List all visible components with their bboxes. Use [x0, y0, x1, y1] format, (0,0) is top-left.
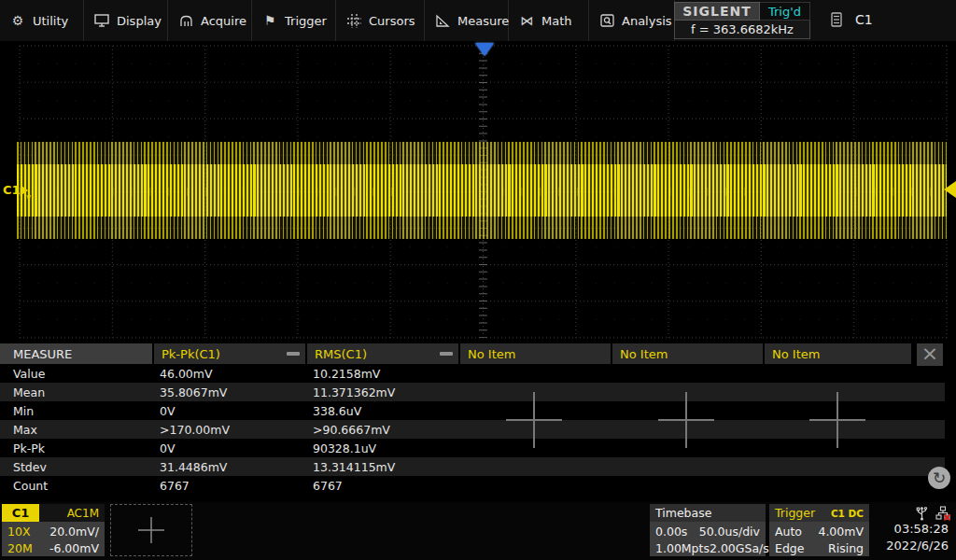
channel1-offset-marker[interactable]: C1 — [3, 183, 28, 197]
trigger-level-marker[interactable] — [944, 181, 956, 198]
refresh-icon[interactable]: ↻ — [928, 467, 950, 489]
monitor-icon — [94, 13, 109, 28]
timebase-title: Timebase — [650, 504, 766, 522]
siglent-logo: SIGLENT — [674, 2, 760, 21]
system-status: 03:58:28 2022/6/26 — [874, 502, 954, 560]
measure-title: MEASURE — [0, 343, 152, 364]
menu-analysis[interactable]: Analysis — [589, 0, 675, 41]
set-square-icon — [435, 13, 450, 28]
measure-panel: MEASURE Pk-Pk(C1) RMS(C1) No Item No Ite… — [0, 343, 945, 495]
sample-rate: 2.00GSa/s — [710, 541, 769, 555]
measure-header-row: MEASURE Pk-Pk(C1) RMS(C1) No Item No Ite… — [0, 343, 945, 364]
status-cluster: SIGLENT Trig'd f = 363.6682kHz — [674, 2, 810, 39]
channel1-waveform — [17, 142, 947, 239]
measure-row-stdev: Stdev 31.4486mV 13.314115mV — [0, 457, 945, 476]
menu-label: Acquire — [201, 14, 246, 28]
remove-measure-icon[interactable] — [287, 352, 300, 356]
measure-col-empty-3[interactable]: No Item — [765, 343, 911, 364]
measure-row-value: Value 46.00mV 10.2158mV — [0, 364, 945, 383]
measure-row-max: Max >170.00mV >90.6667mV — [0, 420, 945, 439]
measure-col-pkpk[interactable]: Pk-Pk(C1) — [154, 343, 305, 364]
menu-measure[interactable]: Measure — [425, 0, 509, 41]
trigger-state-badge: Trig'd — [760, 2, 810, 21]
clock-time: 03:58:28 — [894, 522, 949, 536]
timebase-delay: 0.00s — [655, 525, 687, 539]
menu-display[interactable]: Display — [84, 0, 168, 41]
menu-trigger[interactable]: ⚑ Trigger — [252, 0, 336, 41]
trigger-slope: Rising — [828, 541, 864, 555]
measure-col-empty-2[interactable]: No Item — [612, 343, 763, 364]
channel1-badge: C1 — [2, 504, 39, 522]
vertical-offset: -6.00mV — [49, 541, 99, 555]
menu-label: Display — [117, 14, 162, 28]
trigger-panel[interactable]: Trigger C1 DC Auto 4.00mV Edge Rising — [769, 504, 869, 556]
list-icon — [831, 12, 842, 27]
channel1-offset-sub: v — [26, 192, 31, 202]
measure-col-rms[interactable]: RMS(C1) — [307, 343, 458, 364]
measure-row-pkpk: Pk-Pk 0V 90328.1uV — [0, 439, 945, 457]
add-measure-icon[interactable] — [656, 390, 716, 450]
vertical-scale: 20.0mV/ — [49, 525, 99, 539]
bowtie-icon: ⋈ — [519, 13, 534, 28]
measure-row-mean: Mean 35.8067mV 11.371362mV — [0, 383, 945, 401]
trigger-title: Trigger — [775, 506, 815, 520]
menu-label: Cursors — [369, 14, 415, 28]
menu-utility[interactable]: ⚙ Utility — [0, 0, 84, 41]
add-measure-icon[interactable] — [504, 390, 564, 450]
timebase-scale: 50.0us/div — [699, 525, 760, 539]
waveform-display: C1 v — [0, 41, 956, 340]
active-channel-indicator[interactable]: C1 — [822, 6, 889, 34]
add-channel-icon — [134, 513, 168, 547]
oscilloscope-ui: ⚙ Utility Display Acquire ⚑ Trigger Curs… — [0, 0, 956, 560]
add-channel-box[interactable] — [110, 504, 192, 556]
trigger-type: Edge — [775, 541, 804, 555]
bandwidth-label: 20M — [7, 541, 33, 555]
bottombar: C1 AC1M 10X 20.0mV/ 20M -6.00mV Timebase — [0, 502, 956, 560]
coupling-label: AC1M — [39, 504, 105, 522]
trigger-position-marker[interactable] — [475, 43, 494, 56]
measure-row-min: Min 0V 338.6uV — [0, 401, 945, 420]
lan-disconnected-icon — [935, 506, 950, 524]
menu-math[interactable]: ⋈ Math — [509, 0, 589, 41]
timebase-panel[interactable]: Timebase 0.00s 50.0us/div 1.00Mpts 2.00G… — [650, 504, 766, 556]
menu-label: Trigger — [285, 14, 327, 28]
clock-date: 2022/6/26 — [886, 539, 949, 553]
active-channel-label: C1 — [855, 12, 873, 27]
add-measure-icon[interactable] — [808, 390, 867, 450]
magnifier-doc-icon — [599, 13, 614, 28]
menu-cursors[interactable]: Cursors — [336, 0, 425, 41]
menubar: ⚙ Utility Display Acquire ⚑ Trigger Curs… — [0, 0, 956, 41]
usb-icon — [916, 505, 928, 524]
measure-row-count: Count 6767 6767 — [0, 476, 945, 495]
trigger-source: C1 DC — [831, 508, 864, 519]
menu-label: Utility — [33, 14, 68, 28]
menu-acquire[interactable]: Acquire — [168, 0, 252, 41]
acquire-arch-icon — [178, 13, 193, 28]
trigger-level: 4.00mV — [818, 525, 864, 539]
menu-label: Measure — [457, 14, 509, 28]
probe-label: 10X — [7, 525, 30, 539]
flag-icon: ⚑ — [262, 13, 277, 28]
channel1-panel[interactable]: C1 AC1M 10X 20.0mV/ 20M -6.00mV — [2, 504, 105, 556]
remove-measure-icon[interactable] — [440, 352, 453, 356]
measure-col-empty-1[interactable]: No Item — [460, 343, 611, 364]
gear-icon: ⚙ — [10, 13, 25, 28]
menu-label: Analysis — [622, 14, 672, 28]
trigger-mode: Auto — [775, 525, 802, 539]
cursor-grid-icon — [346, 13, 361, 28]
memory-depth: 1.00Mpts — [655, 541, 710, 555]
frequency-counter: f = 363.6682kHz — [674, 21, 810, 39]
menu-label: Math — [541, 14, 572, 28]
close-icon[interactable]: × — [917, 343, 943, 366]
